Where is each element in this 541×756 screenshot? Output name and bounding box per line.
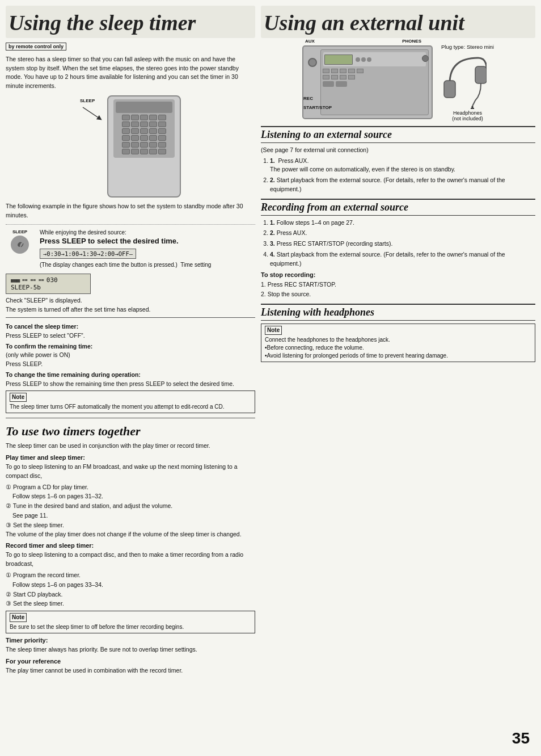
page-number: 35 xyxy=(512,729,530,747)
note-label-3: Note xyxy=(265,326,282,335)
listening-steps: 1. Press AUX. The power will come on aut… xyxy=(261,157,535,194)
headphones-area: Plug type: Stereo mini xyxy=(441,44,494,121)
note-box-3: Note Connect the headphones to the headp… xyxy=(261,324,535,362)
headphones-note1: Connect the headphones to the headphones… xyxy=(265,336,531,344)
play-volume-note: The volume of the play timer does not ch… xyxy=(6,530,255,539)
sleep-button-label: SLEEP xyxy=(80,98,103,103)
svg-line-0 xyxy=(83,107,100,119)
headphones-not-included: Headphones (not included) xyxy=(441,110,494,121)
following-text: The following example in the figure show… xyxy=(6,202,255,220)
left-column: Using the sleep timer by remote control … xyxy=(6,6,255,750)
unit-diagram: AUX PHONES xyxy=(261,44,535,121)
sleep-instruction-box: SLEEP While enjoying the desired source:… xyxy=(6,229,255,269)
timer-priority-text: The sleep timer always has priority. Be … xyxy=(6,645,255,654)
sleep-icon-circle xyxy=(11,236,29,254)
change-heading: To change the time remaining during oper… xyxy=(6,371,255,389)
lcd-display: ▦▦▦ ≡≡ ≡≡ ≡≡ 030 SLEEP-5b xyxy=(6,274,91,294)
headphones-note3: •Avoid listening for prolonged periods o… xyxy=(265,352,531,360)
check-sleep-text: Check "SLEEP" is displayed. xyxy=(6,297,255,304)
recording-step-1: 1. Follow steps 1–4 on page 27. xyxy=(270,219,535,228)
headphones-section-title: Listening with headphones xyxy=(261,304,535,321)
record-timer-text: To go to sleep listening to a compact di… xyxy=(6,551,255,569)
divider-2 xyxy=(6,418,255,418)
svg-rect-1 xyxy=(444,81,455,98)
record-timer-heading: Record timer and sleep timer: xyxy=(6,542,255,549)
dotted-divider xyxy=(6,224,255,225)
sleep-icon-area: SLEEP xyxy=(6,229,34,255)
note-label-2: Note xyxy=(10,613,27,622)
recording-external-title: Recording from an external source xyxy=(261,199,535,216)
divider-1 xyxy=(6,317,255,318)
timer-priority-heading: Timer priority: xyxy=(6,637,255,644)
recording-steps: 1. Follow steps 1–4 on page 27. 2. Press… xyxy=(261,219,535,268)
sleep-icon-label: SLEEP xyxy=(6,229,34,234)
timers-together-text: The sleep timer can be used in conjuncti… xyxy=(6,442,255,451)
play-timer-heading: Play timer and sleep timer: xyxy=(6,454,255,461)
for-your-reference-text: The play timer cannot be used in combina… xyxy=(6,666,255,675)
headphones-note2: •Before connecting, reduce the volume. xyxy=(265,344,531,352)
play-steps: ① Program a CD for play timer. Follow st… xyxy=(6,482,255,530)
listening-step-1: 1. Press AUX. The power will come on aut… xyxy=(270,157,535,175)
lcd-line-1: ▦▦▦ ≡≡ ≡≡ ≡≡ 030 xyxy=(11,276,86,284)
remote-badge: by remote control only xyxy=(6,43,66,51)
phones-label: PHONES xyxy=(402,39,421,44)
aux-label: AUX xyxy=(305,39,315,44)
cancel-heading: To cancel the sleep timer: Press SLEEP t… xyxy=(6,322,255,341)
confirm-heading: To confirm the remaining time: (only whi… xyxy=(6,342,255,369)
svg-rect-2 xyxy=(475,66,487,83)
rec-label: REC xyxy=(303,96,313,101)
intro-text: The stereo has a sleep timer so that you… xyxy=(6,55,255,91)
stop-recording-steps: 1. Press REC START/STOP. 2. Stop the sou… xyxy=(261,280,535,299)
record-steps: ① Program the record timer. Follow steps… xyxy=(6,570,255,608)
stop-recording-heading: To stop recording: xyxy=(261,271,535,278)
while-enjoying-text: While enjoying the desired source: xyxy=(40,229,255,236)
instruction-main: While enjoying the desired source: Press… xyxy=(40,229,255,269)
timers-together-title: To use two timers together xyxy=(6,424,255,439)
svg-rect-4 xyxy=(471,108,474,109)
note-box-1: Note The sleep timer turns OFF automatic… xyxy=(6,390,255,413)
recording-step-4: 4. Start playback from the external sour… xyxy=(270,250,535,268)
startstop-label: START/STOP xyxy=(303,105,332,110)
display-changes-text: (The display changes each time the butto… xyxy=(40,261,255,269)
recording-step-3: 3. Press REC START/STOP (recording start… xyxy=(270,240,535,249)
press-sleep-instruction: Press SLEEP to select the desired time. xyxy=(40,237,255,246)
system-off-text: The system is turned off after the set t… xyxy=(6,306,255,313)
recording-step-2: 2. Press AUX. xyxy=(270,229,535,238)
play-timer-text: To go to sleep listening to an FM broadc… xyxy=(6,463,255,481)
left-section-title: Using the sleep timer xyxy=(6,6,255,38)
right-column: Using an external unit AUX PHONES xyxy=(261,6,535,750)
listening-external-title: Listening to an external source xyxy=(261,126,535,143)
for-your-reference-heading: For your reference xyxy=(6,658,255,665)
right-section-title: Using an external unit xyxy=(261,6,535,38)
note-text-2: Be sure to set the sleep timer to off be… xyxy=(10,623,251,631)
note-label-1: Note xyxy=(10,393,27,402)
plug-type-label: Plug type: Stereo mini xyxy=(441,44,494,50)
remote-control-image xyxy=(107,95,181,198)
headphones-svg xyxy=(441,52,487,109)
lcd-line-2: SLEEP-5b xyxy=(11,284,86,291)
note-box-2: Note Be sure to set the sleep timer to o… xyxy=(6,611,255,633)
listening-step-2: 2. Start playback from the external sour… xyxy=(270,176,535,194)
time-sequence: →0:30→1:00→1:30→2:00→OFF— xyxy=(40,249,136,259)
remote-diagram: SLEEP xyxy=(6,95,255,198)
listening-see: (See page 7 for external unit connection… xyxy=(261,146,535,155)
note-text-1: The sleep timer turns OFF automatically … xyxy=(10,403,251,411)
